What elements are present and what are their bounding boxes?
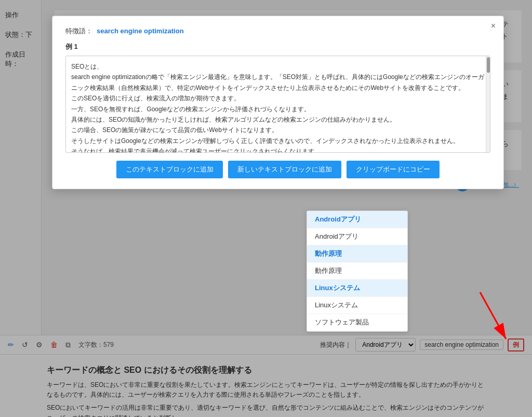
dropdown-item-6[interactable]: ソフトウェア製品	[307, 314, 407, 331]
feature-keyword: search engine optimization	[97, 27, 184, 35]
dropdown-item-3[interactable]: 動作原理	[307, 263, 407, 280]
text-area-container: SEOとは、 search engine optimizationの略で「検索エ…	[65, 56, 490, 153]
modal-dialog: × 特徴語： search engine optimization 例 1 SE…	[52, 16, 504, 189]
red-arrow-indicator	[464, 287, 516, 349]
scroll-thumb[interactable]	[486, 56, 490, 152]
dropdown-item-2[interactable]: 動作原理	[307, 245, 407, 263]
feature-label: 特徴語：	[65, 27, 92, 36]
text-content: SEOとは、 search engine optimizationの略で「検索エ…	[71, 63, 484, 152]
copy-to-clipboard-button[interactable]: クリップボードにコピー	[347, 161, 440, 178]
dropdown-item-1[interactable]: Androidアプリ	[307, 228, 407, 245]
example-label: 例 1	[65, 42, 490, 51]
dropdown-item-4[interactable]: Linuxシステム	[307, 280, 407, 297]
dropdown-item-0[interactable]: Androidアプリ	[307, 211, 407, 228]
dropdown-menu: Androidアプリ Androidアプリ 動作原理 動作原理 Linuxシステ…	[307, 211, 408, 332]
add-to-new-block-button[interactable]: 新しいテキストブロックに追加	[228, 161, 341, 178]
dropdown-item-5[interactable]: Linuxシステム	[307, 297, 407, 314]
scroll-thumb-inner	[487, 57, 490, 73]
text-area-scroll[interactable]: SEOとは、 search engine optimizationの略で「検索エ…	[66, 56, 490, 152]
modal-close-button[interactable]: ×	[491, 21, 496, 31]
modal-buttons: このテキストブロックに追加 新しいテキストブロックに追加 クリップボードにコピー	[65, 161, 490, 178]
add-to-block-button[interactable]: このテキストブロックに追加	[116, 161, 223, 178]
modal-feature-row: 特徴語： search engine optimization	[65, 27, 490, 36]
svg-line-1	[480, 292, 506, 339]
